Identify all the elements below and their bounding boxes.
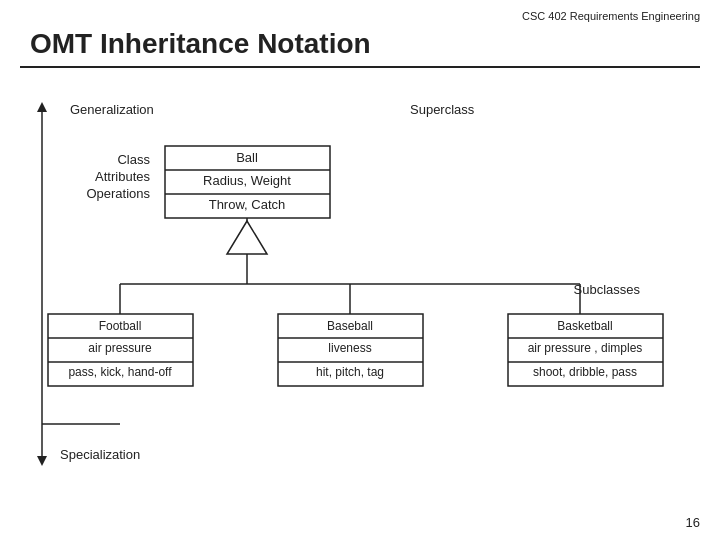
basketball-attrs: air pressure , dimples [528,341,643,355]
attributes-label: Attributes [95,169,150,184]
superclass-name: Ball [236,150,258,165]
football-attrs: air pressure [88,341,152,355]
page: CSC 402 Requirements Engineering OMT Inh… [0,0,720,540]
football-ops: pass, kick, hand-off [68,365,172,379]
basketball-name: Basketball [557,319,612,333]
divider [20,66,700,68]
header-title: CSC 402 Requirements Engineering [20,10,700,22]
spec-arrow-down [37,456,47,466]
baseball-ops: hit, pitch, tag [316,365,384,379]
superclass-label: Superclass [410,102,475,117]
operations-label: Operations [86,186,150,201]
superclass-ops: Throw, Catch [209,197,286,212]
inheritance-triangle [227,221,267,254]
specialization-label: Specialization [60,447,140,462]
basketball-ops: shoot, dribble, pass [533,365,637,379]
main-title: OMT Inheritance Notation [20,28,700,60]
superclass-attrs: Radius, Weight [203,173,291,188]
football-name: Football [99,319,142,333]
baseball-attrs: liveness [328,341,371,355]
page-number: 16 [686,515,700,530]
diagram-svg: Generalization Superclass Class Attribut… [20,84,700,484]
gen-arrow-up [37,102,47,112]
generalization-label: Generalization [70,102,154,117]
class-label: Class [117,152,150,167]
baseball-name: Baseball [327,319,373,333]
subclasses-label: Subclasses [574,282,641,297]
